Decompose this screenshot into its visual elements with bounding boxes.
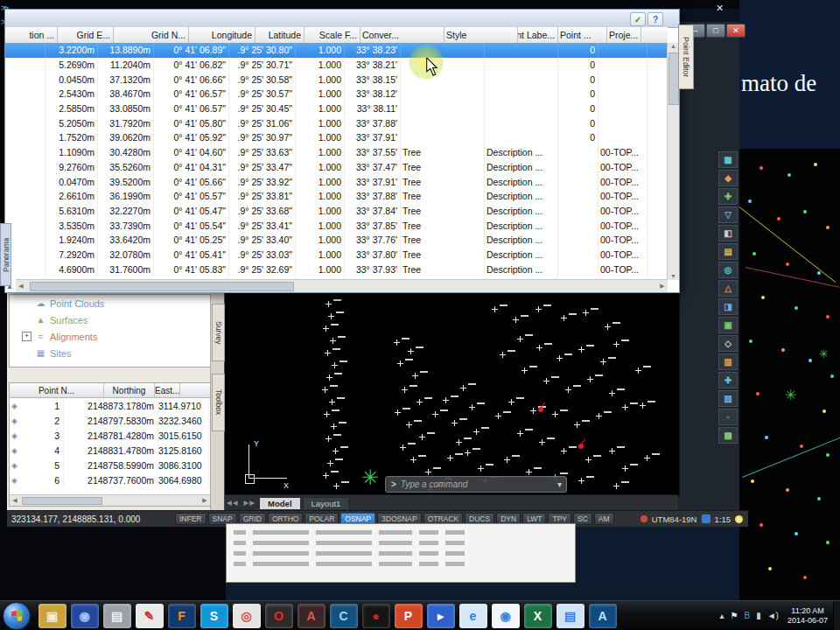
- column-header[interactable]: Proje...: [607, 27, 641, 43]
- bluetooth-icon[interactable]: B: [745, 612, 751, 620]
- scroll-right-icon[interactable]: ▶: [200, 497, 210, 504]
- point-row[interactable]: 5.6310m 32.2270m 0° 41' 05.47" .9° 25' 3…: [5, 204, 668, 219]
- point-row[interactable]: 7.2920m 32.0780m 0° 41' 05.41" .9° 25' 3…: [5, 248, 668, 262]
- explorer-icon[interactable]: ▣: [38, 604, 66, 628]
- volume-icon[interactable]: ◄): [767, 612, 779, 620]
- help-button[interactable]: ?: [648, 12, 663, 26]
- annotation-scale-label[interactable]: 1:15: [715, 514, 732, 524]
- column-header[interactable]: Point ...: [558, 27, 607, 43]
- crs-label[interactable]: UTM84-19N: [652, 514, 697, 524]
- opera-icon[interactable]: O: [265, 604, 293, 628]
- column-header[interactable]: Point Labe...: [518, 27, 558, 43]
- point-list-row[interactable]: 2 2148797.5830m 3232.3460: [10, 413, 210, 428]
- tab-nav-last-icon[interactable]: ▶▶: [244, 499, 256, 507]
- chevron-down-icon[interactable]: ▾: [557, 480, 562, 489]
- media-player-icon[interactable]: ◉: [71, 604, 99, 628]
- tree-expander-icon[interactable]: +: [22, 332, 32, 341]
- tree-symbol[interactable]: ✳: [785, 388, 796, 402]
- point-row[interactable]: 2.5430m 38.4670m 0° 41' 06.57" .9° 25' 3…: [5, 87, 668, 102]
- point-list-row[interactable]: 6 2148737.7600m 3064.6980: [10, 472, 210, 487]
- vertical-scrollbar[interactable]: ▲ ▼: [667, 43, 679, 280]
- panorama-titlebar[interactable]: ✓ ?: [5, 10, 679, 28]
- model-space-icon[interactable]: [640, 515, 648, 522]
- column-header[interactable]: Latitude: [256, 27, 304, 43]
- start-button[interactable]: [3, 602, 31, 630]
- point-row[interactable]: 3.2200m 13.8890m 0° 41' 06.89" .9° 25' 3…: [5, 43, 668, 58]
- tree-item[interactable]: ▲ Surfaces: [10, 312, 210, 328]
- points-column-header[interactable]: East...: [155, 383, 180, 397]
- column-header[interactable]: Scale F...: [304, 27, 360, 43]
- horizontal-scrollbar[interactable]: ◀ ▶: [16, 279, 668, 292]
- annotation-icon[interactable]: [702, 514, 710, 523]
- layout-tab[interactable]: Layout1: [303, 497, 350, 509]
- column-header[interactable]: tion ...: [5, 27, 58, 43]
- point-row[interactable]: 9.2760m 35.5260m 0° 41' 04.31" .9° 25' 3…: [5, 160, 668, 175]
- point-row[interactable]: 1.7520m 39.0620m 0° 41' 05.92" .9° 25' 3…: [5, 130, 668, 145]
- point-row[interactable]: 4.6900m 31.7600m 0° 41' 05.83" .9° 25' 3…: [5, 262, 668, 276]
- paint-icon[interactable]: ✎: [136, 604, 164, 628]
- scrollbar-thumb[interactable]: [22, 497, 102, 505]
- scroll-left-icon[interactable]: ◀: [16, 283, 26, 290]
- fax-icon[interactable]: ▤: [103, 604, 131, 628]
- tray-expand-icon[interactable]: ▴: [720, 612, 724, 620]
- taskbar-clock[interactable]: 11:20 AM 2014-06-07: [782, 606, 833, 626]
- firefox-icon[interactable]: F: [168, 604, 196, 628]
- point-list-row[interactable]: 3 2148781.4280m 3015.6150: [10, 428, 210, 443]
- point-editor-tab[interactable]: Point Editor: [678, 24, 694, 89]
- status-toggle-button[interactable]: INFER: [175, 513, 206, 525]
- point-row[interactable]: 2.6610m 36.1990m 0° 41' 05.57" .9° 25' 3…: [5, 189, 668, 204]
- recorder-icon[interactable]: ●: [362, 604, 390, 628]
- column-header[interactable]: Grid E...: [58, 27, 114, 43]
- tab-nav-first-icon[interactable]: ◀◀: [227, 499, 239, 507]
- scroll-left-icon[interactable]: ◀: [10, 497, 20, 504]
- tree-symbol[interactable]: ✳: [819, 348, 829, 360]
- tree-symbol[interactable]: ✳: [361, 467, 379, 488]
- points-column-header[interactable]: Northing: [104, 383, 155, 397]
- command-input[interactable]: Type a command: [401, 480, 557, 489]
- point-row[interactable]: 0.0470m 39.5200m 0° 41' 05.66" .9° 25' 3…: [5, 174, 668, 189]
- photo-viewer-icon[interactable]: ▤: [556, 604, 584, 628]
- show-desktop-button[interactable]: [833, 601, 840, 630]
- maximize-button[interactable]: □: [706, 24, 725, 38]
- point-row[interactable]: 5.2050m 31.7920m 0° 41' 05.80" .9° 25' 3…: [5, 116, 668, 130]
- scrollbar-thumb[interactable]: [30, 282, 294, 291]
- column-header[interactable]: Longitude: [189, 27, 256, 43]
- point-row[interactable]: 5.2690m 11.2040m 0° 41' 06.82" .9° 25' 3…: [5, 58, 668, 73]
- point-row[interactable]: 1.9240m 33.6420m 0° 41' 05.25" .9° 25' 3…: [5, 233, 668, 248]
- column-header[interactable]: Style: [444, 27, 518, 43]
- flag-icon[interactable]: ⚑: [731, 612, 738, 620]
- google-earth-icon[interactable]: ◉: [492, 604, 520, 628]
- point-list-row[interactable]: 4 2148831.4780m 3125.8160: [10, 443, 210, 458]
- points-horizontal-scrollbar[interactable]: ◀ ▶: [10, 494, 210, 506]
- panorama-side-tab[interactable]: Panorama: [0, 223, 11, 286]
- autocad-icon[interactable]: A: [298, 604, 326, 628]
- tree-item[interactable]: + ≈ Alignments: [10, 328, 210, 345]
- tree-item[interactable]: ☁ Point Clouds: [10, 295, 210, 312]
- excel-icon[interactable]: X: [524, 604, 552, 628]
- point-row[interactable]: 2.5850m 33.0850m 0° 41' 06.57" .9° 25' 3…: [5, 102, 668, 116]
- status-toggle-button[interactable]: SC: [573, 513, 592, 525]
- scroll-right-icon[interactable]: ▶: [657, 283, 668, 290]
- scroll-down-icon[interactable]: ▼: [668, 273, 679, 279]
- command-line[interactable]: > Type a command ▾: [385, 476, 567, 493]
- chrome-icon[interactable]: ◎: [233, 604, 261, 628]
- column-header[interactable]: Conver...: [360, 27, 444, 43]
- layout-tab[interactable]: Model: [259, 497, 300, 509]
- point-list-row[interactable]: 5 2148758.5990m 3086.3100: [10, 458, 210, 472]
- toolspace-tab[interactable]: Toolbox: [212, 374, 225, 431]
- player-icon[interactable]: ▸: [427, 604, 455, 628]
- point-row[interactable]: 3.5350m 33.7390m 0° 41' 05.54" .9° 25' 3…: [5, 218, 668, 233]
- point-list-row[interactable]: 1 2148873.1780m 3114.9710: [10, 398, 210, 413]
- point-row[interactable]: 0.0450m 37.1320m 0° 41' 06.66" .9° 25' 3…: [5, 72, 668, 87]
- points-column-header[interactable]: Point N...: [10, 383, 104, 397]
- tree-item[interactable]: ▦ Sites: [10, 345, 210, 361]
- annotation-visibility-icon[interactable]: [735, 515, 743, 523]
- column-header[interactable]: Grid N...: [114, 27, 189, 43]
- apply-check-button[interactable]: ✓: [630, 12, 646, 26]
- point-row[interactable]: 1.1090m 30.4280m 0° 41' 04.60" .9° 25' 3…: [5, 145, 668, 160]
- close-button[interactable]: ✕: [726, 24, 746, 38]
- toolspace-tab[interactable]: Survey: [212, 304, 225, 361]
- civil3d-icon[interactable]: C: [330, 604, 358, 628]
- network-icon[interactable]: ▮: [756, 612, 761, 620]
- powerpoint-icon[interactable]: P: [395, 604, 423, 628]
